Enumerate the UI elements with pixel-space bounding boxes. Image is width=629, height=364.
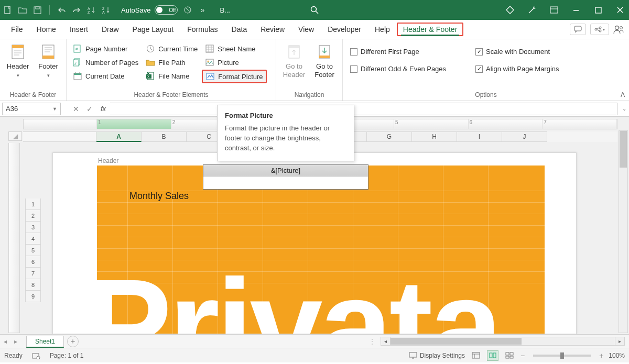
col-header-g[interactable]: G (367, 131, 412, 142)
account-icon[interactable] (613, 25, 625, 34)
tab-header-footer[interactable]: Header & Footer (397, 23, 464, 36)
number-of-pages-button[interactable]: #Number of Pages (70, 56, 142, 69)
row-header-8[interactable]: 8 (25, 279, 41, 291)
tab-insert[interactable]: Insert (63, 20, 95, 39)
maximize-icon[interactable] (592, 4, 604, 16)
redo-icon[interactable] (72, 5, 81, 15)
row-header-7[interactable]: 7 (25, 268, 41, 279)
macro-record-icon[interactable] (32, 352, 40, 359)
tab-help[interactable]: Help (368, 20, 397, 39)
zoom-out-icon[interactable]: − (520, 351, 525, 360)
autosave-toggle[interactable]: AutoSave Off (121, 5, 178, 15)
close-icon[interactable] (614, 4, 626, 16)
svg-text:A: A (88, 7, 90, 10)
format-picture-tooltip: Format Picture Format the picture in the… (217, 105, 354, 161)
svg-rect-46 (506, 356, 509, 358)
col-header-b[interactable]: B (142, 131, 187, 142)
col-header-i[interactable]: I (457, 131, 502, 142)
document-name: B... (220, 6, 230, 14)
horizontal-scrollbar[interactable]: ◂▸ (381, 337, 625, 346)
file-name-button[interactable]: XFile Name (143, 70, 201, 82)
page-number-button[interactable]: #Page Number (70, 42, 142, 55)
different-first-page-checkbox[interactable]: Different First Page (346, 46, 450, 58)
sheet-nav-prev-icon[interactable]: ▸ (10, 338, 21, 345)
sort-asc-icon[interactable]: AZ (86, 5, 96, 15)
vertical-scrollbar[interactable] (619, 130, 628, 333)
row-header-2[interactable]: 2 (25, 210, 41, 222)
row-header-1[interactable]: 1 (25, 198, 41, 210)
sheet-tab-sheet1[interactable]: Sheet1 (26, 336, 64, 348)
minimize-icon[interactable] (570, 4, 582, 16)
goto-footer-button[interactable]: Go to Footer (310, 41, 339, 79)
page-break-view-icon[interactable] (504, 350, 515, 361)
picture-button[interactable]: Picture (202, 56, 266, 69)
zoom-level[interactable]: 100% (609, 352, 625, 359)
collapse-ribbon-icon[interactable]: ᐱ (621, 91, 625, 98)
cancel-formula-icon[interactable]: ✕ (69, 102, 83, 116)
footer-button[interactable]: Footer▾ (34, 41, 63, 78)
tab-file[interactable]: File (4, 20, 30, 39)
tab-draw[interactable]: Draw (95, 20, 126, 39)
autosave-label: AutoSave (121, 6, 150, 14)
tab-home[interactable]: Home (30, 20, 63, 39)
tab-splitter-icon[interactable]: ⋮ (369, 338, 375, 345)
zoom-in-icon[interactable]: + (599, 351, 603, 360)
svg-rect-43 (493, 353, 496, 358)
search-icon[interactable] (310, 5, 319, 15)
tab-developer[interactable]: Developer (321, 20, 368, 39)
enter-formula-icon[interactable]: ✓ (83, 102, 96, 116)
undo-icon[interactable] (57, 5, 67, 15)
new-file-icon[interactable] (3, 5, 13, 15)
ribbon-display-icon[interactable] (548, 4, 560, 16)
svg-rect-15 (12, 45, 24, 48)
header-button[interactable]: Header▾ (3, 41, 32, 78)
sort-desc-icon[interactable]: ZA (101, 5, 111, 15)
row-headers: 1 2 3 4 5 6 7 8 9 (25, 198, 41, 302)
current-time-button[interactable]: Current Time (143, 42, 201, 55)
row-header-6[interactable]: 6 (25, 256, 41, 268)
file-path-button[interactable]: File Path (143, 56, 201, 69)
share-button[interactable]: ▾ (590, 24, 609, 35)
name-box[interactable]: A36▼ (2, 103, 61, 115)
open-file-icon[interactable] (18, 5, 27, 15)
scale-with-document-checkbox[interactable]: ✓Scale with Document (471, 46, 563, 58)
select-all-corner[interactable]: ◢ (8, 131, 22, 141)
fx-icon[interactable]: fx (96, 102, 110, 116)
col-header-a[interactable]: A (96, 131, 142, 142)
comments-button[interactable] (570, 24, 586, 35)
expand-formula-bar-icon[interactable]: ⌄ (620, 106, 629, 112)
page-layout-view-icon[interactable] (487, 350, 498, 361)
touch-mode-icon[interactable] (183, 5, 192, 15)
qat-more-icon[interactable]: » (198, 5, 207, 15)
zoom-slider[interactable] (533, 355, 591, 357)
display-settings-button[interactable]: Display Settings (409, 352, 465, 359)
diamond-icon[interactable] (504, 4, 516, 16)
formula-input[interactable] (110, 103, 617, 115)
tab-data[interactable]: Data (225, 20, 254, 39)
new-sheet-button[interactable]: ＋ (67, 336, 79, 347)
col-header-j[interactable]: J (502, 131, 547, 142)
different-odd-even-checkbox[interactable]: Different Odd & Even Pages (346, 63, 450, 75)
normal-view-icon[interactable] (470, 350, 482, 361)
format-picture-button[interactable]: Format Picture (202, 70, 266, 83)
tab-view[interactable]: View (291, 20, 321, 39)
tab-review[interactable]: Review (254, 20, 291, 39)
row-header-3[interactable]: 3 (25, 222, 41, 233)
wand-icon[interactable] (526, 4, 538, 16)
col-header-h[interactable]: H (412, 131, 457, 142)
sheet-name-button[interactable]: Sheet Name (202, 42, 266, 55)
row-header-9[interactable]: 9 (25, 291, 41, 302)
row-header-5[interactable]: 5 (25, 245, 41, 256)
svg-rect-47 (510, 356, 513, 358)
svg-rect-24 (74, 73, 81, 75)
header-center-edit[interactable]: &[Picture] (203, 164, 368, 190)
tab-page-layout[interactable]: Page Layout (126, 20, 181, 39)
current-date-button[interactable]: Current Date (70, 70, 142, 82)
row-header-4[interactable]: 4 (25, 233, 41, 245)
save-icon[interactable] (32, 5, 42, 15)
svg-rect-10 (595, 7, 601, 13)
sheet-nav-first-icon[interactable]: ◂ (0, 338, 10, 345)
align-page-margins-checkbox[interactable]: ✓Align with Page Margins (471, 63, 563, 75)
tab-formulas[interactable]: Formulas (180, 20, 224, 39)
autosave-pill[interactable]: Off (155, 5, 178, 15)
